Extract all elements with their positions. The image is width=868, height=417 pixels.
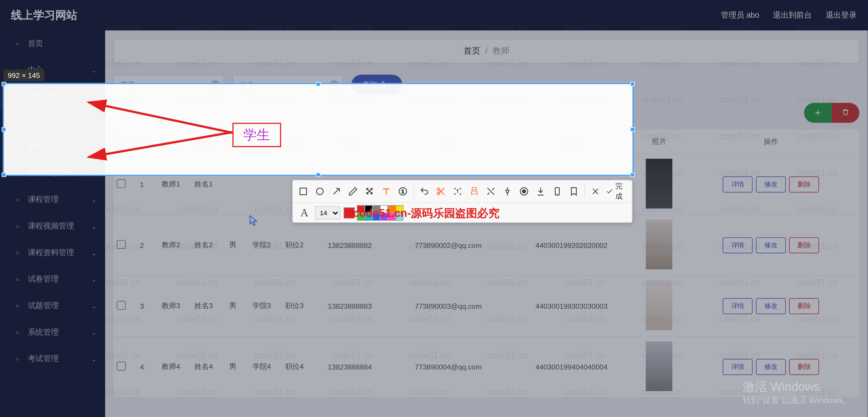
- sidebar-item-10[interactable]: ▫试题管理⌄: [0, 292, 105, 319]
- chevron-down-icon: ⌄: [92, 197, 96, 203]
- edit-button[interactable]: 修改: [756, 298, 786, 314]
- cell-yx: 773890002@qq.com: [389, 215, 507, 276]
- pin-icon[interactable]: [501, 184, 514, 199]
- row-checkbox[interactable]: [117, 179, 126, 188]
- circle-tool-icon[interactable]: [314, 184, 326, 199]
- edit-button[interactable]: 修改: [756, 359, 786, 375]
- cell-idx: 2: [129, 215, 155, 276]
- row-checkbox[interactable]: [117, 361, 126, 371]
- sidebar-item-9[interactable]: ▫试卷管理⌄: [0, 266, 105, 293]
- cell-sj: 13823888883: [311, 276, 389, 336]
- goto-front-link[interactable]: 退出到前台: [773, 10, 812, 20]
- color-swatch[interactable]: [388, 213, 396, 220]
- row-checkbox[interactable]: [117, 300, 126, 310]
- breadcrumb-home[interactable]: 首页: [464, 46, 480, 55]
- detail-button[interactable]: 详情: [723, 237, 753, 253]
- cell-idx: 4: [129, 336, 155, 397]
- sidebar-label: 课程管理: [28, 195, 59, 204]
- ocr-icon[interactable]: [452, 184, 464, 199]
- text-annotation-box[interactable]: 学生: [232, 123, 281, 147]
- cell-yx: 773890003@qq.com: [389, 276, 507, 336]
- translate-icon[interactable]: 吕: [468, 184, 480, 199]
- photo: [646, 341, 673, 391]
- sidebar-label: 考试管理: [28, 354, 59, 364]
- svg-point-11: [437, 188, 440, 191]
- gear-icon: ▫: [13, 328, 22, 337]
- color-swatch[interactable]: [388, 205, 396, 213]
- color-swatch[interactable]: [372, 213, 380, 220]
- chevron-down-icon: ⌄: [92, 250, 96, 256]
- svg-point-14: [522, 190, 526, 193]
- row-checkbox[interactable]: [117, 240, 126, 249]
- color-swatch[interactable]: [372, 205, 380, 213]
- detail-button[interactable]: 详情: [723, 176, 753, 192]
- logout-link[interactable]: 退出登录: [826, 10, 857, 20]
- edit-button[interactable]: 修改: [756, 237, 786, 253]
- sidebar-item-0[interactable]: ▫首页: [0, 30, 105, 57]
- cell-zw: 职位4: [278, 336, 311, 397]
- admin-label[interactable]: 管理员 abo: [721, 10, 759, 20]
- check-icon: [606, 187, 613, 196]
- sidebar-item-12[interactable]: ▫考试管理⌄: [0, 346, 105, 373]
- color-swatch[interactable]: [396, 213, 404, 220]
- font-size-select[interactable]: 14: [315, 206, 340, 219]
- close-icon[interactable]: [589, 184, 601, 199]
- mosaic-tool-icon[interactable]: [364, 184, 376, 199]
- cell-sfz: 440300199404040004: [507, 336, 636, 397]
- svg-point-12: [437, 192, 440, 195]
- record-icon[interactable]: [518, 184, 530, 199]
- bookmark-icon[interactable]: [568, 184, 580, 199]
- cell-gh: 教师3: [155, 276, 187, 336]
- delete-button[interactable]: 删除: [789, 298, 819, 314]
- rect-tool-icon[interactable]: [297, 184, 309, 199]
- sidebar-item-6[interactable]: ▫课程管理⌄: [0, 187, 105, 213]
- color-swatch[interactable]: [396, 205, 404, 213]
- cell-zw: 职位2: [278, 215, 311, 276]
- color-swatch[interactable]: [380, 213, 388, 220]
- color-swatch[interactable]: [357, 205, 365, 213]
- check-icon: ▫: [13, 301, 22, 311]
- color-swatch[interactable]: [380, 205, 388, 213]
- arrow-tool-icon[interactable]: [330, 184, 342, 199]
- sidebar-item-8[interactable]: ▫课程资料管理⌄: [0, 239, 105, 266]
- col-11: 操作: [683, 129, 859, 154]
- chevron-down-icon: ⌄: [92, 356, 96, 362]
- cell-sj: 13823888882: [311, 215, 389, 276]
- chevron-down-icon: ⌄: [92, 223, 96, 229]
- table-row: 2教师2姓名2男学院2职位213823888882773890002@qq.co…: [114, 215, 860, 276]
- delete-button[interactable]: 删除: [789, 176, 819, 192]
- add-button[interactable]: +: [804, 103, 832, 123]
- done-button[interactable]: 完成: [606, 181, 627, 201]
- delete-button[interactable]: 删除: [789, 237, 819, 253]
- cell-xm: 姓名4: [187, 336, 220, 397]
- number-tool-icon[interactable]: 1: [397, 184, 409, 199]
- current-color[interactable]: [344, 207, 354, 218]
- sidebar-label: 课程资料管理: [28, 248, 74, 258]
- color-swatch[interactable]: [365, 213, 373, 220]
- sidebar-item-7[interactable]: ▫课程视频管理⌄: [0, 213, 105, 239]
- photo: [646, 219, 673, 269]
- delete-button[interactable]: 删除: [789, 359, 819, 375]
- color-swatch[interactable]: [357, 213, 365, 220]
- mobile-icon[interactable]: [551, 184, 563, 199]
- cell-xy: 学院3: [245, 276, 278, 336]
- sidebar-item-11[interactable]: ▫系统管理⌄: [0, 319, 105, 346]
- text-tool-icon[interactable]: [380, 184, 392, 199]
- pen-tool-icon[interactable]: [347, 184, 359, 199]
- edit-button[interactable]: 修改: [756, 176, 786, 192]
- logo: 线上学习网站: [11, 8, 78, 23]
- share-icon[interactable]: [485, 184, 497, 199]
- download-icon[interactable]: [534, 184, 547, 199]
- scissors-icon[interactable]: [435, 184, 447, 199]
- color-palette: [357, 205, 403, 220]
- selection-box[interactable]: [3, 83, 633, 176]
- detail-button[interactable]: 详情: [723, 359, 753, 375]
- svg-text:1: 1: [402, 189, 404, 194]
- undo-icon[interactable]: [418, 184, 431, 199]
- cell-gh: 教师4: [155, 336, 187, 397]
- color-swatch[interactable]: [365, 205, 373, 213]
- detail-button[interactable]: 详情: [723, 298, 753, 314]
- svg-rect-7: [367, 192, 369, 194]
- delete-all-button[interactable]: [832, 103, 860, 123]
- cell-zw: 职位3: [278, 276, 311, 336]
